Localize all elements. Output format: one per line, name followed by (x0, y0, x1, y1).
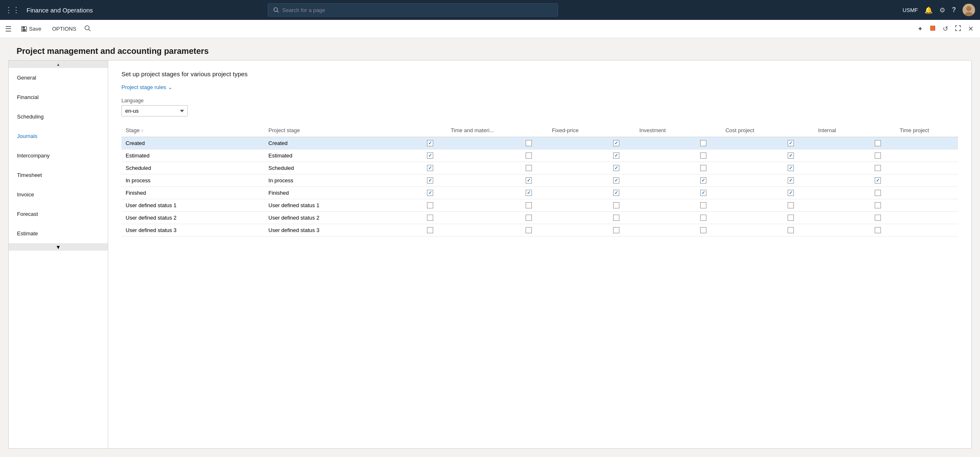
checkbox-timeAndMaterial[interactable] (427, 215, 433, 221)
checkbox-costProject[interactable] (700, 177, 706, 184)
checkbox-timeAndMaterial[interactable] (427, 177, 433, 184)
cell-fixedPrice (522, 224, 609, 237)
sidebar-item-financial[interactable]: Financial (9, 87, 108, 107)
checkbox-timeProject[interactable] (875, 152, 881, 159)
checkbox-timeAndMaterial[interactable] (427, 152, 433, 159)
table-row[interactable]: User defined status 2User defined status… (121, 212, 958, 224)
checkbox-timeAndMaterial[interactable] (427, 140, 433, 146)
scroll-down-indicator[interactable]: ▼ (9, 243, 108, 251)
checkbox-fixedPrice[interactable] (526, 190, 532, 196)
checkbox-costProject[interactable] (700, 202, 706, 208)
checkbox-investment[interactable] (613, 227, 619, 233)
search-bar[interactable] (268, 3, 558, 17)
checkbox-timeProject[interactable] (875, 202, 881, 208)
checkbox-timeProject[interactable] (875, 140, 881, 146)
checkbox-investment[interactable] (613, 152, 619, 159)
checkbox-fixedPrice[interactable] (526, 177, 532, 184)
checkbox-investment[interactable] (613, 177, 619, 184)
language-label: Language (121, 98, 958, 104)
cell-costProject (696, 224, 784, 237)
checkbox-internal[interactable] (788, 140, 794, 146)
cell-fixedPrice (522, 174, 609, 187)
checkbox-internal[interactable] (788, 177, 794, 184)
checkbox-fixedPrice[interactable] (526, 140, 532, 146)
checkbox-fixedPrice[interactable] (526, 152, 532, 159)
table-row[interactable]: User defined status 1User defined status… (121, 199, 958, 212)
checkbox-timeAndMaterial[interactable] (427, 202, 433, 208)
table-row[interactable]: CreatedCreated (121, 137, 958, 150)
table-row[interactable]: ScheduledScheduled (121, 162, 958, 174)
cell-investment (609, 162, 696, 174)
sidebar-item-general[interactable]: General (9, 68, 108, 87)
sidebar-item-forecast[interactable]: Forecast (9, 204, 108, 224)
hamburger-menu-icon[interactable]: ☰ (5, 24, 12, 34)
close-icon[interactable]: ✕ (966, 23, 975, 34)
checkbox-timeAndMaterial[interactable] (427, 165, 433, 171)
checkbox-fixedPrice[interactable] (526, 202, 532, 208)
table-row[interactable]: User defined status 3User defined status… (121, 224, 958, 237)
help-icon[interactable]: ? (952, 6, 956, 14)
checkbox-fixedPrice[interactable] (526, 227, 532, 233)
checkbox-costProject[interactable] (700, 215, 706, 221)
office-icon[interactable] (928, 23, 938, 35)
checkbox-investment[interactable] (613, 215, 619, 221)
checkbox-timeProject[interactable] (875, 190, 881, 196)
options-button[interactable]: OPTIONS (48, 23, 81, 34)
checkbox-investment[interactable] (613, 165, 619, 171)
checkbox-investment[interactable] (613, 190, 619, 196)
checkbox-fixedPrice[interactable] (526, 165, 532, 171)
checkbox-fixedPrice[interactable] (526, 215, 532, 221)
checkbox-timeAndMaterial[interactable] (427, 227, 433, 233)
search-input[interactable] (282, 7, 553, 13)
save-button[interactable]: Save (17, 23, 46, 34)
scroll-up-indicator[interactable]: ▲ (9, 60, 108, 68)
checkbox-timeProject[interactable] (875, 227, 881, 233)
checkbox-costProject[interactable] (700, 152, 706, 159)
sidebar-item-estimate[interactable]: Estimate (9, 224, 108, 243)
checkbox-costProject[interactable] (700, 190, 706, 196)
checkbox-internal[interactable] (788, 227, 794, 233)
checkbox-costProject[interactable] (700, 140, 706, 146)
sidebar-item-intercompany[interactable]: Intercompany (9, 146, 108, 165)
checkbox-investment[interactable] (613, 140, 619, 146)
checkbox-internal[interactable] (788, 190, 794, 196)
cell-timeAndMaterial (423, 174, 522, 187)
checkbox-timeProject[interactable] (875, 165, 881, 171)
gear-icon[interactable]: ⚙ (939, 6, 945, 14)
svg-point-8 (85, 26, 89, 30)
expand-icon[interactable] (953, 23, 963, 35)
checkbox-timeAndMaterial[interactable] (427, 190, 433, 196)
checkbox-investment[interactable] (613, 202, 619, 208)
checkbox-costProject[interactable] (700, 165, 706, 171)
cell-timeProject (871, 150, 958, 162)
bell-icon[interactable]: 🔔 (924, 6, 933, 14)
page-title: Project management and accounting parame… (17, 46, 963, 56)
avatar[interactable] (963, 4, 975, 16)
checkbox-timeProject[interactable] (875, 177, 881, 184)
checkbox-internal[interactable] (788, 165, 794, 171)
checkbox-costProject[interactable] (700, 227, 706, 233)
favorites-icon[interactable]: ✦ (916, 23, 924, 34)
checkbox-timeProject[interactable] (875, 215, 881, 221)
top-navigation: ⋮⋮ Finance and Operations USMF 🔔 ⚙ ? (0, 0, 980, 20)
sidebar-item-scheduling[interactable]: Scheduling (9, 107, 108, 126)
checkbox-internal[interactable] (788, 202, 794, 208)
table-row[interactable]: EstimatedEstimated (121, 150, 958, 162)
language-select[interactable]: en-us en-gb de fr (121, 105, 188, 116)
grid-icon[interactable]: ⋮⋮ (5, 5, 20, 15)
sort-icon[interactable]: ↑ (141, 128, 143, 133)
sidebar-item-timesheet[interactable]: Timesheet (9, 165, 108, 185)
checkbox-internal[interactable] (788, 152, 794, 159)
cell-stage: Finished (121, 187, 264, 199)
sidebar-item-invoice[interactable]: Invoice (9, 185, 108, 204)
cell-stage: Scheduled (121, 162, 264, 174)
toolbar-search-icon[interactable] (84, 25, 91, 33)
project-stage-rules-link[interactable]: Project stage rules ⌄ (121, 84, 958, 90)
refresh-icon[interactable]: ↺ (941, 23, 950, 34)
cell-investment (609, 174, 696, 187)
table-row[interactable]: In processIn process (121, 174, 958, 187)
table-row[interactable]: FinishedFinished (121, 187, 958, 199)
sidebar-item-journals[interactable]: Journals (9, 126, 108, 146)
checkbox-internal[interactable] (788, 215, 794, 221)
cell-projectStage: Created (264, 137, 423, 150)
